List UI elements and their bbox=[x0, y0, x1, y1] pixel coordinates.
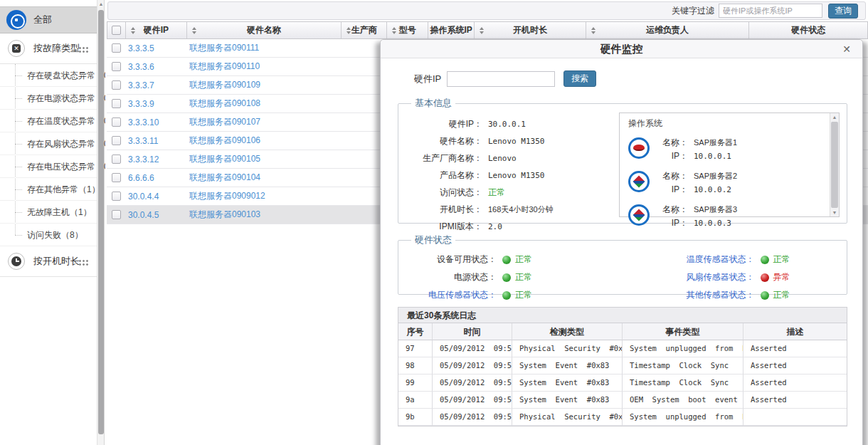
sidebar-scrollbar[interactable]: ▲ bbox=[97, 0, 104, 445]
log-row: 97 05/09/2012 09:57:11 Physical Security… bbox=[398, 340, 847, 357]
search-button[interactable]: 搜索 bbox=[563, 70, 596, 87]
log-row: 9a 05/09/2012 09:57:35 System Event #0x8… bbox=[398, 392, 847, 409]
sidebar-item-power-abnormal[interactable]: 存在电源状态异常（0） bbox=[0, 87, 97, 110]
hardware-name-link[interactable]: 联想服务器090108 bbox=[186, 98, 342, 110]
row-checkbox[interactable] bbox=[112, 173, 121, 182]
status-text: 异常 bbox=[773, 271, 790, 283]
hardware-ip-link[interactable]: 3.3.3.9 bbox=[125, 99, 186, 109]
sidebar-item-disk-abnormal[interactable]: 存在硬盘状态异常（0） bbox=[0, 64, 97, 87]
hardware-name-link[interactable]: 联想服务器090106 bbox=[186, 135, 342, 147]
dialog-title: 硬件监控 bbox=[381, 40, 862, 58]
row-checkbox[interactable] bbox=[112, 155, 121, 164]
log-row: 9b 05/09/2012 09:57:18 Physical Security… bbox=[398, 409, 847, 426]
os-name: SAP服务器1 bbox=[694, 137, 737, 148]
sort-icon[interactable] bbox=[131, 27, 135, 34]
row-checkbox[interactable] bbox=[112, 136, 121, 145]
hardware-ip-link[interactable]: 3.3.3.12 bbox=[125, 155, 186, 164]
hardware-ip-link[interactable]: 30.0.4.5 bbox=[125, 210, 186, 220]
grid-dots-menu-icon[interactable] bbox=[78, 46, 89, 53]
row-checkbox[interactable] bbox=[112, 62, 121, 71]
linux-os-icon bbox=[628, 171, 650, 192]
sidebar-item-temp-abnormal[interactable]: 存在温度状态异常（0） bbox=[0, 110, 97, 132]
hardware-name-link[interactable]: 联想服务器090110 bbox=[186, 61, 342, 73]
status-text: 正常 bbox=[515, 289, 532, 301]
sidebar-item-other-abnormal[interactable]: 存在其他异常（1） bbox=[0, 178, 97, 201]
sidebar-all-label: 全部 bbox=[33, 14, 52, 26]
os-entry: 名称：SAP服务器2 IP：10.0.0.2 bbox=[628, 169, 820, 197]
status-text: 正常 bbox=[773, 253, 790, 266]
basic-info-legend: 基本信息 bbox=[411, 97, 455, 110]
basic-info-section: 基本信息 硬件IP：30.0.0.1 硬件名称：Lenovo M1350 生产厂… bbox=[398, 97, 847, 224]
hardware-ip-link[interactable]: 3.3.3.10 bbox=[125, 117, 186, 127]
other-sensor-link[interactable]: 其他传感器状态： bbox=[605, 289, 755, 301]
sort-icon[interactable] bbox=[392, 27, 396, 34]
scroll-down-arrow-icon[interactable]: ▼ bbox=[830, 210, 839, 215]
filter-toolbar: 关键字过滤 查询 bbox=[107, 1, 866, 20]
dialog-header: 硬件监控 ✕ bbox=[381, 40, 862, 58]
row-checkbox[interactable] bbox=[112, 210, 121, 219]
sidebar-item-access-failed[interactable]: 访问失败（8） bbox=[0, 224, 97, 246]
sidebar-group-uptime[interactable]: 按开机时长 bbox=[0, 246, 97, 277]
temp-sensor-link[interactable]: 温度传感器状态： bbox=[605, 253, 755, 266]
hardware-name-link[interactable]: 联想服务器0909012 bbox=[186, 190, 342, 202]
sort-icon[interactable] bbox=[480, 27, 484, 34]
sidebar-item-fan-abnormal[interactable]: 存在风扇状态异常（0） bbox=[0, 132, 97, 155]
hardware-ip-link[interactable]: 3.3.3.6 bbox=[125, 62, 186, 72]
select-all-checkbox[interactable] bbox=[112, 26, 121, 35]
hardware-name-link[interactable]: 联想服务器090107 bbox=[186, 116, 342, 128]
red-status-dot-icon bbox=[761, 273, 769, 282]
sidebar-item-all[interactable]: 全部 bbox=[0, 6, 97, 33]
row-checkbox[interactable] bbox=[112, 43, 121, 53]
hardware-status-legend: 硬件状态 bbox=[411, 234, 455, 246]
keyword-filter-input[interactable] bbox=[719, 4, 822, 18]
sort-icon[interactable] bbox=[192, 27, 196, 34]
row-checkbox[interactable] bbox=[112, 117, 121, 127]
uptime-value: 168天4小时30分钟 bbox=[488, 204, 554, 215]
hardware-ip-link[interactable]: 3.3.3.11 bbox=[125, 136, 186, 146]
status-text: 正常 bbox=[515, 253, 532, 266]
row-checkbox[interactable] bbox=[112, 80, 121, 90]
hardware-ip-search-input[interactable] bbox=[447, 71, 555, 87]
sidebar-group-fault-type[interactable]: ✕ 按故障类型 bbox=[0, 33, 97, 64]
hardware-name-link[interactable]: 联想服务器090105 bbox=[186, 153, 342, 165]
sidebar-item-voltage-abnormal[interactable]: 存在电压状态异常（0） bbox=[0, 155, 97, 178]
hardware-name-link[interactable]: 联想服务器090104 bbox=[186, 172, 342, 184]
log-row: 99 05/09/2012 09:57:16 System Event #0x8… bbox=[398, 375, 847, 392]
fan-sensor-link[interactable]: 风扇传感器状态： bbox=[605, 271, 755, 283]
sort-icon[interactable] bbox=[433, 27, 438, 34]
power-status-label: 电源状态： bbox=[406, 271, 497, 283]
os-panel-title: 操作系统 bbox=[628, 117, 820, 130]
close-icon[interactable]: ✕ bbox=[842, 43, 851, 55]
grid-dots-menu-icon[interactable] bbox=[78, 259, 89, 266]
scroll-up-arrow-icon[interactable]: ▲ bbox=[98, 1, 104, 6]
os-scrollbar-thumb[interactable] bbox=[831, 122, 838, 208]
os-panel-scrollbar[interactable]: ▲ ▼ bbox=[830, 113, 839, 216]
system-log-title: 最近30条系统日志 bbox=[398, 307, 847, 323]
redhat-os-icon bbox=[628, 137, 650, 159]
fault-sidebar: 全部 ✕ 按故障类型 存在硬盘状态异常（0） 存在电源状态异常（0） 存在温度状… bbox=[0, 0, 105, 445]
hardware-name-link[interactable]: 联想服务器090111 bbox=[186, 42, 342, 54]
hardware-ip-link[interactable]: 3.3.3.7 bbox=[125, 80, 186, 90]
hardware-name-link[interactable]: 联想服务器090109 bbox=[186, 79, 342, 91]
row-checkbox[interactable] bbox=[112, 99, 121, 108]
hardware-ip-link[interactable]: 3.3.3.5 bbox=[125, 43, 186, 53]
sort-icon[interactable] bbox=[591, 27, 596, 34]
sort-icon[interactable] bbox=[346, 27, 351, 34]
sidebar-item-no-fault[interactable]: 无故障主机（1） bbox=[0, 201, 97, 224]
hardware-ip-link[interactable]: 30.0.4.4 bbox=[125, 192, 186, 201]
query-button[interactable]: 查询 bbox=[828, 4, 858, 19]
sidebar-scrollbar-thumb[interactable] bbox=[98, 10, 104, 434]
fault-type-icon: ✕ bbox=[8, 40, 25, 57]
hardware-name-value: Lenovo M1350 bbox=[488, 137, 544, 146]
os-ip: 10.0.0.2 bbox=[694, 185, 731, 194]
manufacturer-value: Lenovo bbox=[488, 154, 517, 163]
hardware-ip-link[interactable]: 6.6.6.6 bbox=[125, 173, 186, 183]
hardware-name-link[interactable]: 联想服务器090103 bbox=[186, 209, 342, 221]
product-name-value: Lenovo M1350 bbox=[488, 171, 544, 180]
row-checkbox[interactable] bbox=[112, 192, 121, 201]
green-status-dot-icon bbox=[502, 273, 511, 282]
status-text: 正常 bbox=[773, 289, 790, 301]
scroll-up-arrow-icon[interactable]: ▲ bbox=[830, 115, 839, 120]
hardware-ip-search-label: 硬件IP bbox=[414, 73, 441, 85]
voltage-sensor-link[interactable]: 电压传感器状态： bbox=[406, 289, 497, 301]
